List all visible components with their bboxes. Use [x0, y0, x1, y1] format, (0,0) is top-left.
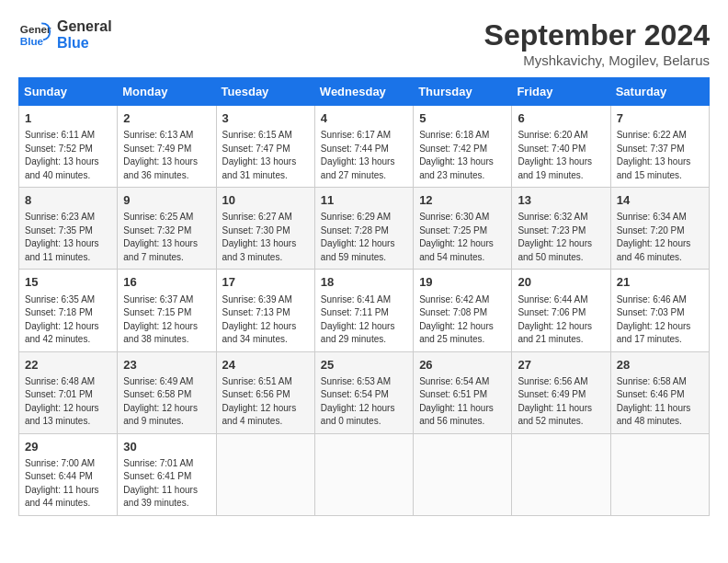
day-info: Sunrise: 6:13 AM Sunset: 7:49 PM Dayligh… — [123, 129, 210, 182]
calendar-day-28: 28Sunrise: 6:58 AM Sunset: 6:46 PM Dayli… — [610, 351, 709, 433]
day-number: 23 — [123, 357, 210, 373]
logo: General Blue General Blue — [18, 18, 112, 52]
calendar-week-3: 15Sunrise: 6:35 AM Sunset: 7:18 PM Dayli… — [19, 270, 710, 351]
calendar-day-22: 22Sunrise: 6:48 AM Sunset: 7:01 PM Dayli… — [19, 351, 118, 433]
calendar-day-27: 27Sunrise: 6:56 AM Sunset: 6:49 PM Dayli… — [512, 351, 610, 433]
calendar-day-13: 13Sunrise: 6:32 AM Sunset: 7:23 PM Dayli… — [512, 188, 610, 270]
calendar-day-7: 7Sunrise: 6:22 AM Sunset: 7:37 PM Daylig… — [610, 106, 709, 188]
day-number: 18 — [321, 274, 407, 291]
day-info: Sunrise: 6:18 AM Sunset: 7:42 PM Dayligh… — [419, 129, 506, 182]
day-number: 11 — [321, 192, 407, 209]
day-info: Sunrise: 7:00 AM Sunset: 6:44 PM Dayligh… — [25, 457, 111, 511]
day-info: Sunrise: 6:35 AM Sunset: 7:18 PM Dayligh… — [25, 293, 111, 347]
calendar-empty — [414, 433, 512, 515]
day-number: 4 — [321, 110, 407, 127]
calendar-day-20: 20Sunrise: 6:44 AM Sunset: 7:06 PM Dayli… — [512, 270, 610, 351]
month-title: September 2024 — [484, 18, 710, 52]
day-number: 16 — [123, 274, 210, 291]
day-number: 8 — [25, 192, 111, 209]
calendar-empty — [610, 433, 709, 515]
day-number: 13 — [518, 192, 604, 209]
calendar-day-30: 30Sunrise: 7:01 AM Sunset: 6:41 PM Dayli… — [118, 433, 216, 515]
calendar-day-1: 1Sunrise: 6:11 AM Sunset: 7:52 PM Daylig… — [19, 106, 118, 188]
day-number: 17 — [222, 274, 309, 291]
logo-general: General — [57, 18, 112, 35]
day-info: Sunrise: 6:48 AM Sunset: 7:01 PM Dayligh… — [25, 375, 111, 429]
logo-icon: General Blue — [18, 18, 51, 52]
calendar-empty — [314, 433, 413, 515]
page-header: General Blue General Blue September 2024… — [18, 18, 710, 68]
calendar-header-row: SundayMondayTuesdayWednesdayThursdayFrid… — [19, 78, 710, 106]
day-info: Sunrise: 6:46 AM Sunset: 7:03 PM Dayligh… — [617, 293, 703, 347]
calendar-empty — [216, 433, 314, 515]
calendar-day-16: 16Sunrise: 6:37 AM Sunset: 7:15 PM Dayli… — [118, 270, 216, 351]
day-number: 27 — [518, 357, 604, 373]
svg-text:Blue: Blue — [20, 35, 44, 47]
day-number: 28 — [617, 357, 703, 373]
day-info: Sunrise: 6:17 AM Sunset: 7:44 PM Dayligh… — [321, 129, 407, 182]
calendar-table: SundayMondayTuesdayWednesdayThursdayFrid… — [18, 77, 710, 516]
day-info: Sunrise: 6:15 AM Sunset: 7:47 PM Dayligh… — [222, 129, 309, 182]
calendar-week-2: 8Sunrise: 6:23 AM Sunset: 7:35 PM Daylig… — [19, 188, 710, 270]
calendar-day-19: 19Sunrise: 6:42 AM Sunset: 7:08 PM Dayli… — [414, 270, 512, 351]
day-number: 26 — [419, 357, 506, 373]
calendar-day-14: 14Sunrise: 6:34 AM Sunset: 7:20 PM Dayli… — [610, 188, 709, 270]
calendar-day-24: 24Sunrise: 6:51 AM Sunset: 6:56 PM Dayli… — [216, 351, 314, 433]
day-info: Sunrise: 6:56 AM Sunset: 6:49 PM Dayligh… — [518, 375, 604, 429]
weekday-header-monday: Monday — [118, 78, 216, 106]
weekday-header-wednesday: Wednesday — [314, 78, 413, 106]
day-number: 20 — [518, 274, 604, 291]
day-number: 21 — [617, 274, 703, 291]
day-number: 24 — [222, 357, 309, 373]
day-info: Sunrise: 6:20 AM Sunset: 7:40 PM Dayligh… — [518, 129, 604, 182]
day-number: 25 — [321, 357, 407, 373]
calendar-day-8: 8Sunrise: 6:23 AM Sunset: 7:35 PM Daylig… — [19, 188, 118, 270]
calendar-day-26: 26Sunrise: 6:54 AM Sunset: 6:51 PM Dayli… — [414, 351, 512, 433]
day-info: Sunrise: 6:51 AM Sunset: 6:56 PM Dayligh… — [222, 375, 309, 429]
day-info: Sunrise: 6:27 AM Sunset: 7:30 PM Dayligh… — [222, 211, 309, 264]
calendar-day-15: 15Sunrise: 6:35 AM Sunset: 7:18 PM Dayli… — [19, 270, 118, 351]
weekday-header-saturday: Saturday — [610, 78, 709, 106]
day-number: 3 — [222, 110, 309, 127]
logo-blue: Blue — [57, 35, 112, 52]
calendar-day-3: 3Sunrise: 6:15 AM Sunset: 7:47 PM Daylig… — [216, 106, 314, 188]
calendar-day-6: 6Sunrise: 6:20 AM Sunset: 7:40 PM Daylig… — [512, 106, 610, 188]
calendar-day-4: 4Sunrise: 6:17 AM Sunset: 7:44 PM Daylig… — [314, 106, 413, 188]
day-info: Sunrise: 6:22 AM Sunset: 7:37 PM Dayligh… — [617, 129, 703, 182]
day-info: Sunrise: 6:25 AM Sunset: 7:32 PM Dayligh… — [123, 211, 210, 264]
title-block: September 2024 Myshkavichy, Mogilev, Bel… — [484, 18, 710, 68]
day-info: Sunrise: 6:34 AM Sunset: 7:20 PM Dayligh… — [617, 211, 703, 264]
calendar-day-5: 5Sunrise: 6:18 AM Sunset: 7:42 PM Daylig… — [414, 106, 512, 188]
day-number: 7 — [617, 110, 703, 127]
day-info: Sunrise: 6:54 AM Sunset: 6:51 PM Dayligh… — [419, 375, 506, 429]
day-number: 9 — [123, 192, 210, 209]
location: Myshkavichy, Mogilev, Belarus — [484, 52, 710, 68]
day-number: 2 — [123, 110, 210, 127]
calendar-day-10: 10Sunrise: 6:27 AM Sunset: 7:30 PM Dayli… — [216, 188, 314, 270]
day-info: Sunrise: 6:39 AM Sunset: 7:13 PM Dayligh… — [222, 293, 309, 347]
day-info: Sunrise: 6:58 AM Sunset: 6:46 PM Dayligh… — [617, 375, 703, 429]
day-number: 1 — [25, 110, 111, 127]
calendar-day-9: 9Sunrise: 6:25 AM Sunset: 7:32 PM Daylig… — [118, 188, 216, 270]
day-number: 22 — [25, 357, 111, 373]
weekday-header-thursday: Thursday — [414, 78, 512, 106]
calendar-day-23: 23Sunrise: 6:49 AM Sunset: 6:58 PM Dayli… — [118, 351, 216, 433]
day-info: Sunrise: 6:42 AM Sunset: 7:08 PM Dayligh… — [419, 293, 506, 347]
calendar-empty — [512, 433, 610, 515]
day-number: 15 — [25, 274, 111, 291]
day-info: Sunrise: 7:01 AM Sunset: 6:41 PM Dayligh… — [123, 457, 210, 511]
day-info: Sunrise: 6:37 AM Sunset: 7:15 PM Dayligh… — [123, 293, 210, 347]
day-number: 12 — [419, 192, 506, 209]
calendar-week-4: 22Sunrise: 6:48 AM Sunset: 7:01 PM Dayli… — [19, 351, 710, 433]
day-info: Sunrise: 6:11 AM Sunset: 7:52 PM Dayligh… — [25, 129, 111, 182]
weekday-header-tuesday: Tuesday — [216, 78, 314, 106]
calendar-day-12: 12Sunrise: 6:30 AM Sunset: 7:25 PM Dayli… — [414, 188, 512, 270]
day-number: 10 — [222, 192, 309, 209]
day-number: 30 — [123, 439, 210, 455]
day-info: Sunrise: 6:29 AM Sunset: 7:28 PM Dayligh… — [321, 211, 407, 264]
day-info: Sunrise: 6:23 AM Sunset: 7:35 PM Dayligh… — [25, 211, 111, 264]
calendar-week-1: 1Sunrise: 6:11 AM Sunset: 7:52 PM Daylig… — [19, 106, 710, 188]
day-number: 6 — [518, 110, 604, 127]
day-number: 29 — [25, 439, 111, 455]
day-number: 5 — [419, 110, 506, 127]
